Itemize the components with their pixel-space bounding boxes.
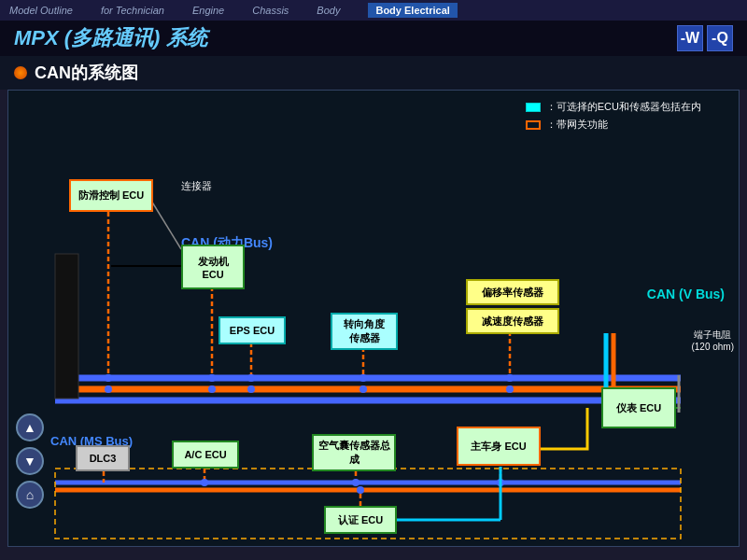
legend-cyan-label: ：可选择的ECU和传感器包括在内 bbox=[546, 100, 701, 114]
svg-point-14 bbox=[208, 385, 216, 393]
anti-slip-ecu: 防滑控制 ECU bbox=[69, 179, 153, 212]
svg-point-13 bbox=[208, 374, 216, 382]
instrument-ecu: 仪表 ECU bbox=[601, 387, 676, 428]
nav-model-outline[interactable]: Model Outline bbox=[9, 5, 73, 16]
terminal-label: 端子电阻 (120 ohm) bbox=[691, 329, 734, 352]
nav-body[interactable]: Body bbox=[317, 5, 340, 16]
eps-ecu: EPS ECU bbox=[218, 316, 286, 344]
svg-point-30 bbox=[352, 479, 359, 486]
connector-label: 连接器 bbox=[181, 179, 212, 193]
steering-sensor-label: 转向角度传感器 bbox=[344, 317, 385, 345]
engine-ecu: 发动机ECU bbox=[181, 245, 245, 289]
terminal-ohm: (120 ohm) bbox=[691, 342, 734, 352]
q-button[interactable]: -Q bbox=[707, 25, 733, 51]
svg-point-10 bbox=[105, 385, 112, 393]
nav-engine[interactable]: Engine bbox=[192, 5, 224, 16]
body-ecu: 主车身 ECU bbox=[457, 427, 541, 466]
left-nav: ▲ ▼ ⌂ bbox=[16, 413, 44, 509]
page-heading-text: CAN的系统图 bbox=[35, 62, 138, 84]
svg-rect-37 bbox=[55, 254, 78, 399]
svg-point-17 bbox=[247, 385, 255, 393]
w-button[interactable]: -W bbox=[677, 25, 703, 51]
svg-point-16 bbox=[247, 374, 255, 382]
dlc3: DLC3 bbox=[76, 445, 130, 471]
svg-point-34 bbox=[357, 486, 364, 494]
diagram-area: ：可选择的ECU和传感器包括在内 ：带网关功能 CAN (动力Bus) CAN … bbox=[7, 90, 740, 547]
airbag-sensor: 空气囊传感器总成 bbox=[312, 434, 396, 471]
airbag-sensor-label: 空气囊传感器总成 bbox=[318, 439, 390, 467]
svg-point-20 bbox=[359, 385, 367, 393]
nav-for-technician[interactable]: for Technician bbox=[101, 5, 164, 16]
can-v-bus-label: CAN (V Bus) bbox=[647, 287, 725, 301]
nav-home-button[interactable]: ⌂ bbox=[16, 481, 44, 509]
svg-point-23 bbox=[506, 385, 514, 393]
main-title: MPX (多路通讯) 系统 bbox=[14, 24, 207, 52]
title-bar: MPX (多路通讯) 系统 -W -Q bbox=[0, 21, 747, 56]
svg-point-9 bbox=[105, 374, 112, 382]
legend-orange: ：带网关功能 bbox=[526, 118, 701, 132]
bullet-icon bbox=[14, 66, 27, 79]
top-nav: Model Outline for Technician Engine Chas… bbox=[0, 0, 747, 21]
legend-cyan-box bbox=[526, 103, 541, 112]
legend-orange-box bbox=[526, 120, 541, 130]
title-buttons: -W -Q bbox=[677, 25, 733, 51]
engine-ecu-label: 发动机ECU bbox=[198, 255, 229, 280]
legend: ：可选择的ECU和传感器包括在内 ：带网关功能 bbox=[526, 100, 701, 132]
svg-point-28 bbox=[201, 479, 208, 486]
nav-chassis[interactable]: Chassis bbox=[252, 5, 289, 16]
nav-up-button[interactable]: ▲ bbox=[16, 413, 44, 441]
svg-point-32 bbox=[497, 479, 504, 486]
ac-ecu: A/C ECU bbox=[172, 441, 239, 469]
page-heading: CAN的系统图 bbox=[0, 56, 747, 90]
auth-ecu: 认证 ECU bbox=[324, 506, 397, 534]
decel-sensor: 减速度传感器 bbox=[466, 308, 559, 334]
steering-sensor: 转向角度传感器 bbox=[331, 313, 398, 350]
svg-point-19 bbox=[359, 374, 367, 382]
nav-down-button[interactable]: ▼ bbox=[16, 447, 44, 475]
yaw-sensor: 偏移率传感器 bbox=[466, 279, 559, 305]
terminal-text: 端子电阻 bbox=[694, 329, 731, 340]
nav-body-electrical[interactable]: Body Electrical bbox=[368, 3, 457, 18]
legend-cyan: ：可选择的ECU和传感器包括在内 bbox=[526, 100, 701, 114]
legend-orange-label: ：带网关功能 bbox=[546, 118, 608, 132]
svg-line-38 bbox=[148, 196, 181, 249]
svg-point-22 bbox=[506, 374, 514, 382]
